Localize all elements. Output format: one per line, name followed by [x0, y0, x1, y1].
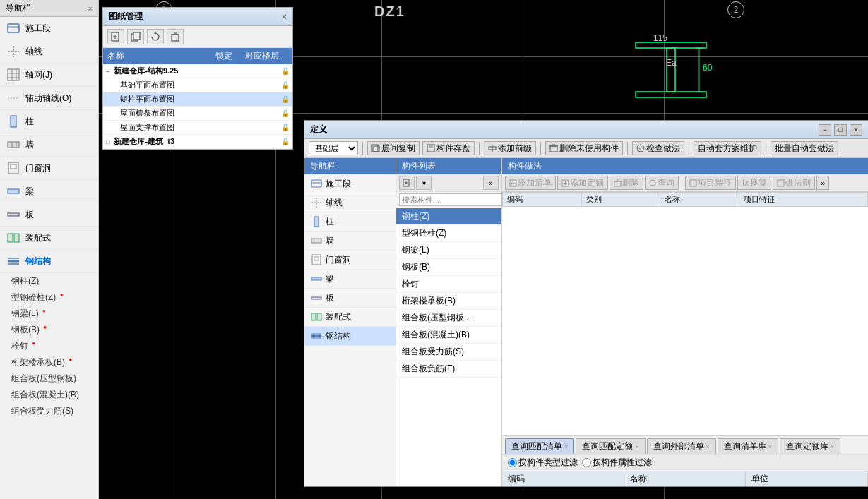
delete-method-btn[interactable]: 删除	[610, 176, 643, 190]
svg-rect-33	[636, 92, 706, 97]
dialog-nav-title: 导航栏	[304, 158, 396, 174]
dialog-nav-zhuangpeishi[interactable]: 装配式	[304, 308, 396, 327]
dialog-nav-zhu[interactable]: 柱	[304, 212, 396, 232]
nav-subitem-zuheban3[interactable]: 组合板受力筋(S)	[0, 403, 98, 419]
comp-dropdown-btn[interactable]: ▾	[416, 176, 432, 190]
comp-item-8[interactable]: 组合板受力筋(S)	[396, 344, 501, 361]
comp-item-0[interactable]: 钢柱(Z)	[396, 208, 501, 225]
comp-item-9[interactable]: 组合板负筋(F)	[396, 361, 501, 378]
drawing-panel-toolbar	[103, 26, 292, 48]
comp-item-2[interactable]: 钢梁(L)	[396, 242, 501, 259]
sidebar-item-zhuwang[interactable]: 轴网(J)	[0, 64, 98, 87]
component-list-title: 构件列表	[396, 158, 501, 174]
drawing-row-5[interactable]: □ 新建仓库-建筑_t3 🔒	[103, 135, 292, 149]
convert-btn[interactable]: fx 换算	[737, 176, 771, 190]
delete-unused-btn[interactable]: 删除未使用构件	[545, 141, 623, 155]
query-tab-3[interactable]: 查询清单库 ×	[718, 438, 778, 454]
construction-icon	[6, 20, 21, 36]
dialog-minimize-btn[interactable]: −	[819, 124, 831, 136]
nav-subitem-zuheban1[interactable]: 组合板(压型钢板)	[0, 371, 98, 387]
sidebar-item-zhuxian[interactable]: 轴线	[0, 40, 98, 64]
dialog-nav-zhuxian[interactable]: 轴线	[304, 193, 396, 212]
copy-drawing-btn[interactable]	[127, 29, 144, 44]
drawing-row-4[interactable]: 屋面支撑布置图 🔒	[103, 121, 292, 135]
new-component-btn[interactable]	[399, 176, 415, 190]
dialog-nav-gangjiegou[interactable]: 钢结构	[304, 327, 396, 346]
query-tab-1[interactable]: 查询匹配定额 ×	[576, 438, 645, 454]
comp-item-1[interactable]: 型钢砼柱(Z)	[396, 225, 501, 242]
check-method-btn[interactable]: 检查做法	[632, 141, 684, 155]
drawing-row-2[interactable]: 短柱平面布置图 🔒	[103, 92, 292, 107]
more-method-btn[interactable]: »	[816, 176, 829, 190]
new-drawing-btn[interactable]	[107, 29, 124, 44]
dialog-close-btn[interactable]: ×	[850, 124, 862, 136]
comp-item-4[interactable]: 栓钉	[396, 276, 501, 293]
auto-scheme-btn[interactable]: 自动套方案维护	[694, 141, 761, 155]
method-rule-btn[interactable]: 做法则	[773, 176, 815, 190]
sidebar-item-qiang[interactable]: 墙	[0, 133, 98, 157]
dialog-restore-btn[interactable]: □	[834, 124, 847, 136]
tab-close-0[interactable]: ×	[564, 443, 568, 450]
dialog-nav-liang[interactable]: 梁	[304, 270, 396, 289]
dialog-nav: 导航栏 施工段 轴线 柱	[304, 158, 396, 486]
filter-by-attr-label[interactable]: 按构件属性过滤	[582, 457, 652, 469]
drawing-row-3[interactable]: 屋面檩条布置图 🔒	[103, 107, 292, 121]
delete-drawing-btn[interactable]	[167, 29, 184, 44]
query-tab-4[interactable]: 查询定额库 ×	[780, 438, 840, 454]
expand-icon-0: −	[106, 68, 109, 75]
sidebar-item-shigongduan[interactable]: 施工段	[0, 17, 98, 40]
comp-item-6[interactable]: 组合板(压型钢板...	[396, 310, 501, 327]
nav-close-btn[interactable]: ×	[88, 4, 93, 13]
nav-subitem-gangzhu[interactable]: 钢柱(Z)	[0, 273, 98, 289]
filter-by-attr-radio[interactable]	[582, 458, 591, 467]
nav-subitem-gangban[interactable]: 钢板(B)	[0, 322, 98, 338]
nav-subitem-shuanding[interactable]: 栓钉	[0, 338, 98, 354]
sidebar-item-zhuangpeishi[interactable]: 装配式	[0, 227, 98, 250]
search-component-input[interactable]	[399, 193, 502, 206]
add-list-btn[interactable]: 添加清单	[505, 176, 556, 190]
svg-rect-19	[14, 234, 19, 242]
sidebar-item-fuzhuzhuxian[interactable]: 辅助轴线(O)	[0, 87, 98, 110]
dialog-nav-shigongduan[interactable]: 施工段	[304, 174, 396, 193]
sidebar-item-ban[interactable]: 板	[0, 203, 98, 227]
qr-col-unit: 单位	[746, 471, 868, 486]
filter-by-type-radio[interactable]	[508, 458, 517, 467]
tab-close-2[interactable]: ×	[706, 443, 710, 450]
floor-copy-btn[interactable]: 层间复制	[367, 141, 420, 155]
nav-subitem-hengjialoubangban[interactable]: 桁架楼承板(B)	[0, 354, 98, 371]
batch-auto-btn[interactable]: 批量自动套做法	[771, 141, 838, 155]
header-lock: 锁定	[210, 50, 237, 62]
comp-item-7[interactable]: 组合板(混凝土)(B)	[396, 327, 501, 344]
nav-subitem-gangliang[interactable]: 钢梁(L)	[0, 306, 98, 322]
sidebar-item-gangjiegou[interactable]: 钢结构	[0, 250, 98, 273]
refresh-drawing-btn[interactable]	[147, 29, 164, 44]
add-quota-btn[interactable]: 添加定额	[557, 176, 608, 190]
dialog-nav-menchuangdong[interactable]: 门窗洞	[304, 251, 396, 270]
drawing-row-1[interactable]: 基础平面布置图 🔒	[103, 78, 292, 92]
nav-subitem-zuheban2[interactable]: 组合板(混凝土)(B)	[0, 387, 98, 403]
project-feature-btn[interactable]: 项目特征	[685, 176, 736, 190]
query-tab-0[interactable]: 查询匹配清单 ×	[505, 438, 574, 454]
save-component-btn[interactable]: 构件存盘	[422, 141, 475, 155]
filter-by-type-label[interactable]: 按构件类型过滤	[508, 457, 578, 469]
drawing-panel-close[interactable]: ×	[282, 12, 287, 22]
query-tab-2[interactable]: 查询外部清单 ×	[647, 438, 716, 454]
dialog-nav-qiang[interactable]: 墙	[304, 232, 396, 251]
layer-select[interactable]: 基础层	[309, 141, 358, 155]
add-prefix-btn[interactable]: 添加前缀	[484, 141, 536, 155]
nav-subitem-xinggangzhu[interactable]: 型钢砼柱(Z)	[0, 289, 98, 306]
sidebar-item-zhu[interactable]: 柱	[0, 110, 98, 133]
drawing-row-0[interactable]: − 新建仓库-结构9.25 🔒	[103, 64, 292, 78]
cad-dz1-label: DZ1	[374, 4, 405, 20]
comp-item-3[interactable]: 钢板(B)	[396, 259, 501, 276]
dialog-nav-ban[interactable]: 板	[304, 289, 396, 308]
sidebar-item-menchuangdong[interactable]: 门窗洞	[0, 157, 98, 180]
tab-close-4[interactable]: ×	[831, 443, 834, 450]
comp-expand-btn[interactable]: »	[483, 176, 499, 190]
sidebar-item-liang[interactable]: 梁	[0, 180, 98, 203]
query-method-btn[interactable]: 查询	[645, 176, 679, 190]
lock-icon-1: 🔒	[281, 81, 290, 89]
tab-close-3[interactable]: ×	[768, 443, 772, 450]
comp-item-5[interactable]: 桁架楼承板(B)	[396, 293, 501, 310]
tab-close-1[interactable]: ×	[635, 443, 638, 450]
